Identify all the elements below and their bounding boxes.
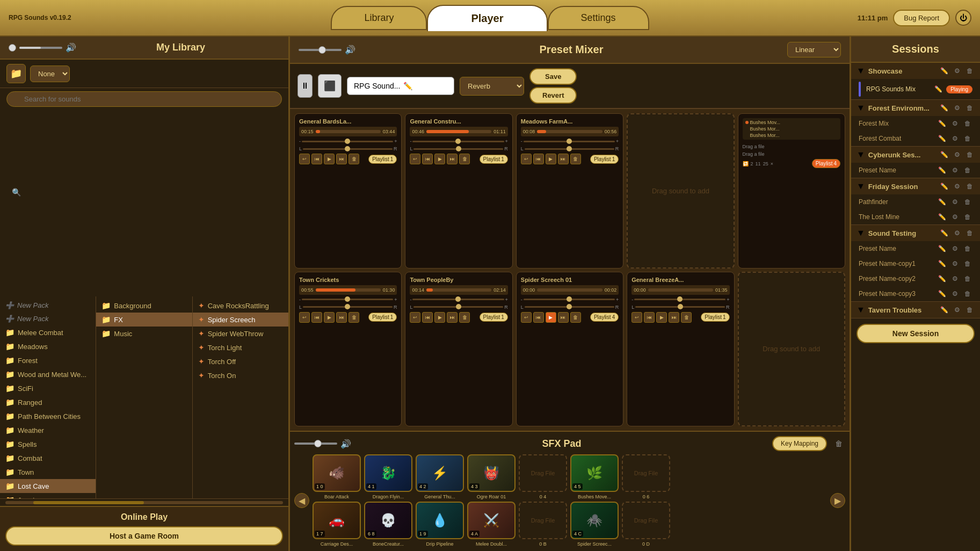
settings-icon[interactable]: ⚙ — [952, 150, 962, 160]
delete-button[interactable]: 🗑 — [349, 312, 359, 323]
drag-drop-zone[interactable]: Drag sound to add — [738, 272, 845, 427]
reverb-select[interactable]: Reverb — [460, 77, 524, 96]
edit-icon[interactable]: ✏️ — [937, 119, 947, 128]
sfx-volume[interactable]: 🔊 — [294, 439, 351, 449]
delete-button[interactable]: 🗑 — [570, 312, 581, 323]
list-item[interactable]: 📁Meadows — [0, 339, 96, 353]
volume-slider[interactable] — [524, 299, 615, 300]
edit-icon[interactable]: ✏️ — [937, 165, 947, 175]
lr-slider[interactable] — [413, 148, 503, 150]
session-item[interactable]: Forest Combat ✏️ ⚙ 🗑 — [851, 131, 980, 146]
edit-icon[interactable]: ✏️ — [937, 244, 947, 253]
list-item[interactable]: 📁FX — [96, 313, 192, 327]
list-item[interactable]: ✦Torch Off — [193, 354, 288, 368]
tab-settings[interactable]: Settings — [548, 6, 649, 30]
play-button[interactable]: ▶ — [546, 312, 556, 323]
delete-icon[interactable]: 🗑 — [965, 150, 975, 160]
list-item[interactable]: 📁Ranged — [0, 395, 96, 409]
list-item[interactable]: ➕ New Pack — [0, 299, 96, 312]
prev-button[interactable]: ⏮ — [533, 154, 544, 164]
volume-slider[interactable] — [412, 299, 504, 300]
sfx-next-button[interactable]: ▶ — [830, 493, 845, 508]
delete-button[interactable]: 🗑 — [681, 312, 692, 323]
edit-icon[interactable]: ✏️ — [403, 82, 412, 90]
delete-icon[interactable]: 🗑 — [965, 103, 975, 113]
list-item[interactable]: 📁Melee Combat — [0, 325, 96, 339]
revert-button[interactable]: Revert — [529, 87, 577, 104]
session-group-header[interactable]: ▼ Cyberunk Ses... ✏️ ⚙ 🗑 — [851, 147, 980, 163]
filter-dropdown[interactable]: None — [30, 66, 70, 82]
settings-icon[interactable]: ⚙ — [952, 228, 962, 238]
save-button[interactable]: Save — [529, 68, 577, 85]
session-group-header[interactable]: ▼ Tavern Troubles ✏️ ⚙ 🗑 — [851, 302, 980, 318]
mixer-volume[interactable]: 🔊 — [299, 45, 355, 55]
playlist-button[interactable]: Playlist1 — [368, 313, 397, 322]
tab-library[interactable]: Library — [331, 6, 427, 30]
delete-icon[interactable]: 🗑 — [963, 165, 972, 175]
loop-button[interactable]: ↩ — [410, 154, 420, 164]
volume-slider[interactable] — [412, 141, 504, 142]
time-progress[interactable] — [537, 130, 602, 133]
play-button[interactable]: ▶ — [324, 154, 335, 164]
play-button[interactable]: ▶ — [546, 154, 556, 164]
settings-icon[interactable]: ⚙ — [950, 212, 960, 222]
playlist-button[interactable]: Playlist1 — [480, 313, 508, 322]
sfx-card[interactable]: 💧 1 9 — [416, 502, 464, 539]
delete-icon[interactable]: 🗑 — [965, 228, 975, 238]
delete-icon[interactable]: 🗑 — [965, 66, 975, 76]
sfx-prev-button[interactable]: ◀ — [294, 493, 309, 508]
edit-icon[interactable]: ✏️ — [937, 274, 947, 284]
new-session-button[interactable]: New Session — [856, 324, 975, 343]
time-progress[interactable] — [426, 130, 491, 133]
edit-icon[interactable]: ✏️ — [937, 197, 947, 207]
edit-icon[interactable]: ✏️ — [939, 150, 949, 160]
session-item[interactable]: Preset Name ✏️ ⚙ 🗑 — [851, 241, 980, 256]
sfx-card[interactable]: 🕷️ 4 C — [570, 502, 619, 539]
lr-slider[interactable] — [635, 306, 725, 308]
edit-icon[interactable]: ✏️ — [939, 103, 949, 113]
sfx-card[interactable]: 🐉 4 1 — [364, 454, 412, 492]
sfx-card[interactable]: ⚡ 4 2 — [416, 454, 464, 492]
lr-slider[interactable] — [413, 306, 503, 308]
sfx-card[interactable]: ⚔️ 4 A — [467, 502, 516, 539]
loop-button[interactable]: ↩ — [521, 154, 532, 164]
playlist-button[interactable]: Playlist1 — [590, 155, 619, 164]
list-item[interactable]: 📁Lost Cave — [0, 479, 96, 493]
volume-slider[interactable] — [302, 141, 393, 142]
edit-icon[interactable]: ✏️ — [939, 66, 949, 76]
list-item[interactable]: ✦Torch Light — [193, 340, 288, 354]
delete-icon[interactable]: 🗑 — [963, 134, 972, 143]
prev-button[interactable]: ⏮ — [533, 312, 544, 323]
prev-button[interactable]: ⏮ — [422, 154, 433, 164]
session-group-header[interactable]: ▼ Showcase ✏️ ⚙ 🗑 — [851, 63, 980, 79]
delete-icon[interactable]: 🗑 — [965, 182, 975, 191]
time-progress[interactable] — [648, 288, 713, 292]
list-item[interactable]: ✦Torch On — [193, 368, 288, 382]
sfx-card[interactable]: 🚗 1 7 — [313, 502, 361, 539]
edit-icon[interactable]: ✏️ — [939, 305, 949, 315]
session-item[interactable]: Preset Name-copy2 ✏️ ⚙ 🗑 — [851, 271, 980, 286]
loop-button[interactable]: ↩ — [299, 154, 310, 164]
list-item[interactable]: ✦Cave RocksRattling — [193, 299, 288, 313]
sfx-card[interactable]: 💀 6 8 — [364, 502, 412, 539]
list-item[interactable]: ✦Spider Screech — [193, 313, 288, 327]
list-item[interactable]: 📁SciFi — [0, 381, 96, 395]
loop-button[interactable]: ↩ — [631, 312, 642, 323]
prev-button[interactable]: ⏮ — [311, 154, 322, 164]
list-item[interactable]: 📁Path Between Cities — [0, 409, 96, 423]
delete-icon[interactable]: 🗑 — [965, 305, 975, 315]
session-group-header[interactable]: ▼ Forest Environm... ✏️ ⚙ 🗑 — [851, 100, 980, 116]
play-button[interactable]: ▶ — [434, 154, 445, 164]
delete-icon[interactable]: 🗑 — [963, 212, 972, 222]
delete-icon[interactable]: 🗑 — [963, 259, 972, 269]
sfx-drag-zone[interactable]: Drag File — [519, 502, 567, 539]
next-button[interactable]: ⏭ — [336, 154, 347, 164]
prev-button[interactable]: ⏮ — [644, 312, 655, 323]
edit-icon[interactable]: ✏️ — [937, 212, 947, 222]
delete-button[interactable]: 🗑 — [349, 154, 359, 164]
delete-button[interactable]: 🗑 — [570, 154, 581, 164]
next-button[interactable]: ⏭ — [336, 312, 347, 323]
sfx-drag-zone[interactable]: Drag File — [519, 454, 567, 492]
volume-slider[interactable] — [634, 299, 725, 300]
settings-icon[interactable]: ⚙ — [950, 259, 960, 269]
